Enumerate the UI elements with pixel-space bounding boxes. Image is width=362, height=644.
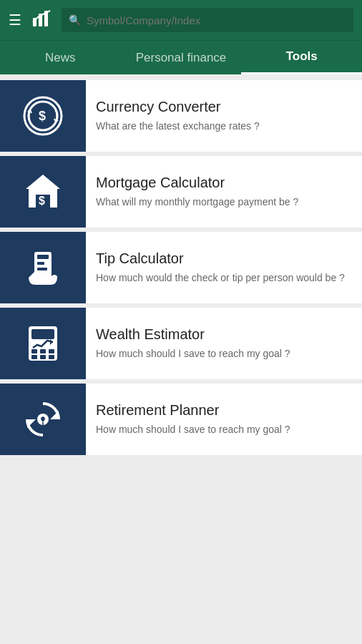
tool-desc-retirement: How much should I save to reach my goal … bbox=[96, 423, 290, 437]
svg-rect-18 bbox=[31, 355, 37, 359]
tool-item-tip-calculator[interactable]: Tip Calculator How much would the check … bbox=[0, 232, 362, 303]
tool-text-mortgage: Mortgage Calculator What will my monthly… bbox=[86, 156, 308, 228]
tool-text-currency: Currency Converter What are the latest e… bbox=[86, 80, 270, 152]
tool-item-mortgage-calculator[interactable]: $ Mortgage Calculator What will my month… bbox=[0, 156, 362, 228]
svg-rect-20 bbox=[49, 355, 54, 359]
tool-title-retirement: Retirement Planner bbox=[96, 402, 290, 419]
currency-icon: $ bbox=[21, 94, 64, 137]
tool-desc-currency: What are the latest exchange rates ? bbox=[96, 119, 260, 134]
tool-desc-tip: How much would the check or tip per pers… bbox=[96, 271, 345, 286]
tool-desc-mortgage: What will my monthly mortgage payment be… bbox=[96, 195, 298, 210]
tab-personal-finance[interactable]: Personal finance bbox=[121, 41, 242, 74]
tool-icon-box-currency: $ bbox=[0, 80, 86, 152]
wealth-icon bbox=[21, 322, 64, 365]
svg-rect-16 bbox=[40, 349, 46, 353]
nav-tabs: News Personal finance Tools bbox=[0, 40, 362, 74]
svg-rect-9 bbox=[37, 255, 49, 259]
tool-item-retirement-planner[interactable]: Retirement Planner How much should I sav… bbox=[0, 384, 362, 455]
tip-icon bbox=[21, 246, 64, 289]
tools-list: $ Currency Converter What are the latest… bbox=[0, 74, 362, 461]
tool-icon-box-retirement bbox=[0, 384, 86, 455]
mortgage-icon: $ bbox=[21, 170, 64, 213]
search-input[interactable] bbox=[87, 14, 346, 26]
svg-rect-13 bbox=[31, 329, 54, 339]
tool-icon-box-wealth bbox=[0, 308, 86, 379]
tool-desc-wealth: How much should I save to reach my goal … bbox=[96, 347, 290, 361]
svg-rect-17 bbox=[49, 349, 54, 353]
tool-title-mortgage: Mortgage Calculator bbox=[96, 175, 298, 191]
svg-rect-10 bbox=[37, 262, 44, 265]
tool-icon-box-tip bbox=[0, 232, 86, 303]
svg-rect-19 bbox=[40, 355, 46, 359]
tool-title-tip: Tip Calculator bbox=[96, 250, 345, 267]
tab-news[interactable]: News bbox=[0, 41, 121, 74]
retirement-icon bbox=[21, 398, 64, 441]
tool-title-wealth: Wealth Estimator bbox=[96, 326, 290, 343]
tab-tools[interactable]: Tools bbox=[241, 41, 362, 74]
tool-item-currency-converter[interactable]: $ Currency Converter What are the latest… bbox=[0, 80, 362, 152]
top-bar: ☰ 🔍 bbox=[0, 0, 362, 40]
svg-rect-15 bbox=[31, 349, 37, 353]
tool-icon-box-mortgage: $ bbox=[0, 156, 86, 228]
hamburger-icon[interactable]: ☰ bbox=[9, 11, 21, 29]
svg-text:$: $ bbox=[39, 195, 45, 207]
tool-text-tip: Tip Calculator How much would the check … bbox=[86, 232, 355, 303]
search-icon: 🔍 bbox=[69, 14, 81, 26]
svg-text:$: $ bbox=[39, 109, 46, 123]
tool-item-wealth-estimator[interactable]: Wealth Estimator How much should I save … bbox=[0, 308, 362, 379]
tool-text-retirement: Retirement Planner How much should I sav… bbox=[86, 384, 300, 455]
chart-icon bbox=[31, 8, 52, 32]
tool-title-currency: Currency Converter bbox=[96, 99, 260, 115]
search-bar[interactable]: 🔍 bbox=[62, 8, 353, 32]
svg-rect-11 bbox=[37, 268, 47, 270]
tool-text-wealth: Wealth Estimator How much should I save … bbox=[86, 308, 300, 379]
